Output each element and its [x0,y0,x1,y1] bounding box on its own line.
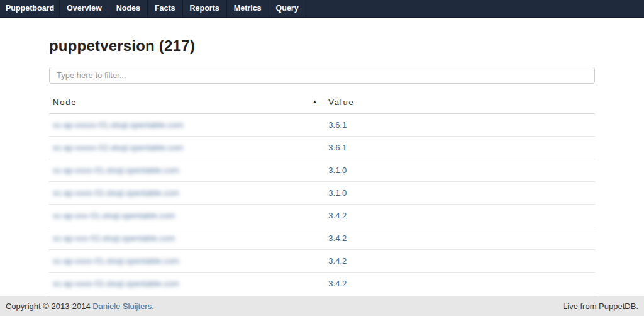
value-cell: 3.1.0 [325,182,595,205]
nav-link-metrics[interactable]: Metrics [227,0,269,17]
value-cell: 3.6.1 [325,114,595,137]
table-header-row: Node ▲ Value [49,94,595,114]
copyright-text: Copyright © 2013-2014 Daniele Sluijters. [6,302,154,311]
nav-item-overview: Overview [60,0,109,17]
node-cell: sc-ap-xxxx-02.otsql.opentable.com [49,182,325,205]
value-link[interactable]: 3.4.2 [328,234,347,243]
facts-table: Node ▲ Value sc-ap-xxxxx-01.otsql.openta… [49,94,595,316]
copyright-prefix: Copyright © 2013-2014 [6,302,92,311]
puppetdb-status: Live from PuppetDB. [563,302,638,311]
nav-item-metrics: Metrics [227,0,269,17]
node-link[interactable]: sc-ap-xxxx-02.otsql.opentable.com [53,188,179,198]
value-column-label: Value [328,98,354,107]
page-title: puppetversion (217) [49,37,595,55]
node-link[interactable]: sc-ap-xxxx-01.otsql.opentable.com [53,256,179,266]
nav-link-query[interactable]: Query [269,0,306,17]
node-cell: sc-ap-xxxx-02.otsql.opentable.com [49,273,325,295]
value-cell: 3.6.1 [325,137,595,159]
table-row: sc-ap-xxxx-02.otsql.opentable.com3.1.0 [49,182,595,205]
value-link[interactable]: 3.4.2 [328,211,347,220]
value-link[interactable]: 3.4.2 [328,256,347,266]
value-cell: 3.4.2 [325,250,595,273]
nav-menu: OverviewNodesFactsReportsMetricsQuery [60,0,306,17]
nav-link-facts[interactable]: Facts [148,0,182,17]
table-row: sc-ap-xxxx-01.otsql.opentable.com3.4.2 [49,250,595,273]
node-link[interactable]: sc-ap-xxxx-01.otsql.opentable.com [53,166,179,175]
column-header-value[interactable]: Value [325,94,595,114]
nav-link-nodes[interactable]: Nodes [109,0,147,17]
node-cell: sc-ap-xxx-02.otsql.opentable.com [49,227,325,250]
value-link[interactable]: 3.1.0 [328,166,347,175]
value-cell: 3.4.2 [325,227,595,250]
nav-link-reports[interactable]: Reports [183,0,226,17]
brand-puppetboard[interactable]: Puppetboard [0,0,60,17]
nav-link-overview[interactable]: Overview [60,0,109,17]
nav-item-nodes: Nodes [109,0,148,17]
top-navbar: Puppetboard OverviewNodesFactsReportsMet… [0,0,644,18]
node-column-label: Node [53,98,77,107]
node-link[interactable]: sc-ap-xxx-01.otsql.opentable.com [53,211,175,220]
footer: Copyright © 2013-2014 Daniele Sluijters.… [0,296,644,316]
value-cell: 3.4.2 [325,205,595,227]
nav-item-reports: Reports [183,0,227,17]
node-link[interactable]: sc-ap-xxxx-02.otsql.opentable.com [53,279,179,288]
nav-item-query: Query [269,0,306,17]
value-link[interactable]: 3.6.1 [328,143,347,152]
sort-asc-icon: ▲ [312,99,317,104]
value-cell: 3.1.0 [325,159,595,182]
table-row: sc-ap-xxxxx-01.otsql.opentable.com3.6.1 [49,114,595,137]
value-link[interactable]: 3.4.2 [328,279,347,288]
node-cell: sc-ap-xxxxx-01.otsql.opentable.com [49,114,325,137]
value-link[interactable]: 3.6.1 [328,120,347,130]
main-container: puppetversion (217) Node ▲ Value sc-ap-x… [49,37,595,316]
nav-item-facts: Facts [148,0,183,17]
node-link[interactable]: sc-ap-xxxxx-01.otsql.opentable.com [53,120,183,130]
author-link[interactable]: Daniele Sluijters. [92,302,154,311]
table-row: sc-ap-xxx-02.otsql.opentable.com3.4.2 [49,227,595,250]
column-header-node[interactable]: Node ▲ [49,94,325,114]
node-cell: sc-ap-xxx-01.otsql.opentable.com [49,205,325,227]
filter-input[interactable] [49,67,595,84]
value-cell: 3.4.2 [325,273,595,295]
node-link[interactable]: sc-ap-xxx-02.otsql.opentable.com [53,234,175,243]
node-cell: sc-ap-xxxxx-02.otsql.opentable.com [49,137,325,159]
node-link[interactable]: sc-ap-xxxxx-02.otsql.opentable.com [53,143,183,152]
value-link[interactable]: 3.1.0 [328,188,347,198]
node-cell: sc-ap-xxxx-01.otsql.opentable.com [49,159,325,182]
table-row: sc-ap-xxxx-01.otsql.opentable.com3.1.0 [49,159,595,182]
table-row: sc-ap-xxx-01.otsql.opentable.com3.4.2 [49,205,595,227]
table-row: sc-ap-xxxx-02.otsql.opentable.com3.4.2 [49,273,595,295]
node-cell: sc-ap-xxxx-01.otsql.opentable.com [49,250,325,273]
table-row: sc-ap-xxxxx-02.otsql.opentable.com3.6.1 [49,137,595,159]
